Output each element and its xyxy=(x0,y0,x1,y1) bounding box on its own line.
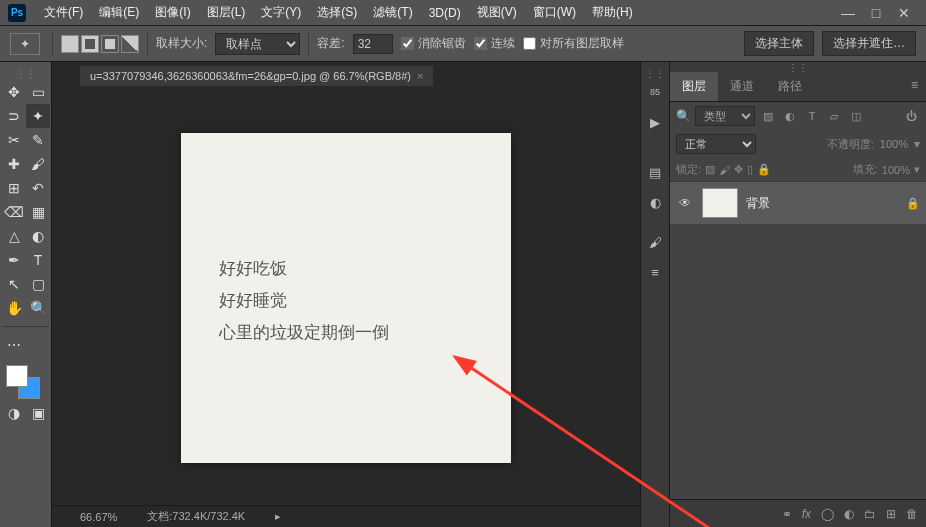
menu-text[interactable]: 文字(Y) xyxy=(253,4,309,21)
document-info[interactable]: 文档:732.4K/732.4K xyxy=(147,509,245,524)
marquee-tool[interactable]: ▭ xyxy=(26,80,50,104)
type-tool[interactable]: T xyxy=(26,248,50,272)
antialias-checkbox[interactable]: 消除锯齿 xyxy=(401,35,466,52)
new-layer-icon[interactable]: ⊞ xyxy=(886,507,896,521)
path-select-tool[interactable]: ↖ xyxy=(2,272,26,296)
divider xyxy=(308,33,309,55)
selection-intersect-icon[interactable] xyxy=(121,35,139,53)
lasso-tool[interactable]: ⊃ xyxy=(2,104,26,128)
menu-file[interactable]: 文件(F) xyxy=(36,4,91,21)
filter-text-icon[interactable]: T xyxy=(803,107,821,125)
filter-type-select[interactable]: 类型 xyxy=(695,106,755,126)
canvas-area[interactable]: 好好吃饭 好好睡觉 心里的垃圾定期倒一倒 xyxy=(52,90,640,505)
quickmask-toggle[interactable]: ◑ xyxy=(2,401,26,425)
maximize-button[interactable]: □ xyxy=(862,3,890,23)
tab-paths[interactable]: 路径 xyxy=(766,72,814,101)
link-layers-icon[interactable]: ⚭ xyxy=(782,507,792,521)
history-brush-tool[interactable]: ↶ xyxy=(26,176,50,200)
move-tool[interactable]: ✥ xyxy=(2,80,26,104)
lock-artboard-icon[interactable]: ▯ xyxy=(747,163,753,176)
zoom-tool[interactable]: 🔍 xyxy=(26,296,50,320)
fill-value[interactable]: 100% xyxy=(882,164,910,176)
status-chevron-icon[interactable]: ▸ xyxy=(275,510,281,523)
blend-mode-row: 正常 不透明度: 100% ▾ xyxy=(670,130,926,158)
panel-brush-icon[interactable]: 🖌 xyxy=(641,228,669,256)
close-tab-icon[interactable]: × xyxy=(417,70,423,82)
panel-grip[interactable]: ⋮⋮ xyxy=(641,68,669,78)
screenmode-toggle[interactable]: ▣ xyxy=(26,401,50,425)
eyedropper-tool[interactable]: ✎ xyxy=(26,128,50,152)
panel-menu-icon[interactable]: ≡ xyxy=(903,72,926,101)
menu-window[interactable]: 窗口(W) xyxy=(525,4,584,21)
lock-position-icon[interactable]: ✥ xyxy=(734,163,743,176)
filter-pixel-icon[interactable]: ▨ xyxy=(759,107,777,125)
current-tool-icon[interactable]: ✦ xyxy=(10,33,40,55)
menu-view[interactable]: 视图(V) xyxy=(469,4,525,21)
menu-help[interactable]: 帮助(H) xyxy=(584,4,641,21)
dodge-tool[interactable]: ◐ xyxy=(26,224,50,248)
delete-layer-icon[interactable]: 🗑 xyxy=(906,507,918,521)
tab-layers[interactable]: 图层 xyxy=(670,72,718,101)
panel-brushsettings-icon[interactable]: ≡ xyxy=(641,258,669,286)
crop-tool[interactable]: ✂ xyxy=(2,128,26,152)
hand-tool[interactable]: ✋ xyxy=(2,296,26,320)
magic-wand-tool[interactable]: ✦ xyxy=(26,104,50,128)
edit-toolbar[interactable]: ⋯ xyxy=(2,333,26,357)
stamp-tool[interactable]: ⊞ xyxy=(2,176,26,200)
blend-mode-select[interactable]: 正常 xyxy=(676,134,756,154)
shape-tool[interactable]: ▢ xyxy=(26,272,50,296)
selection-add-icon[interactable] xyxy=(81,35,99,53)
layer-mask-icon[interactable]: ◯ xyxy=(821,507,834,521)
filter-toggle-icon[interactable]: ⏻ xyxy=(902,107,920,125)
lock-pixels-icon[interactable]: ▨ xyxy=(705,163,715,176)
panel-icon-85[interactable]: 85 xyxy=(641,78,669,106)
brush-tool[interactable]: 🖌 xyxy=(26,152,50,176)
healing-tool[interactable]: ✚ xyxy=(2,152,26,176)
close-button[interactable]: ✕ xyxy=(890,3,918,23)
opacity-value[interactable]: 100% xyxy=(880,138,908,150)
group-icon[interactable]: 🗀 xyxy=(864,507,876,521)
filter-adjust-icon[interactable]: ◐ xyxy=(781,107,799,125)
tab-channels[interactable]: 通道 xyxy=(718,72,766,101)
tolerance-input[interactable] xyxy=(353,34,393,54)
main-area: ⋮⋮ ✥ ▭ ⊃ ✦ ✂ ✎ ✚ 🖌 ⊞ ↶ ⌫ ▦ △ ◐ ✒ T ↖ ▢ ✋… xyxy=(0,62,926,527)
selection-mode-group xyxy=(61,35,139,53)
selection-subtract-icon[interactable] xyxy=(101,35,119,53)
panel-play-icon[interactable]: ▶ xyxy=(641,108,669,136)
pen-tool[interactable]: ✒ xyxy=(2,248,26,272)
eraser-tool[interactable]: ⌫ xyxy=(2,200,26,224)
lock-all-icon[interactable]: 🔒 xyxy=(757,163,771,176)
adjustment-layer-icon[interactable]: ◐ xyxy=(844,507,854,521)
menu-filter[interactable]: 滤镜(T) xyxy=(365,4,420,21)
all-layers-checkbox[interactable]: 对所有图层取样 xyxy=(523,35,624,52)
filter-smart-icon[interactable]: ◫ xyxy=(847,107,865,125)
toolbar-grip[interactable]: ⋮⋮ xyxy=(0,68,51,78)
menu-layer[interactable]: 图层(L) xyxy=(199,4,254,21)
minimize-button[interactable]: — xyxy=(834,3,862,23)
panel-grip[interactable]: ⋮⋮ xyxy=(670,62,926,72)
blur-tool[interactable]: △ xyxy=(2,224,26,248)
canvas[interactable]: 好好吃饭 好好睡觉 心里的垃圾定期倒一倒 xyxy=(181,133,511,463)
visibility-icon[interactable]: 👁 xyxy=(676,196,694,210)
panel-adjustments-icon[interactable]: ◐ xyxy=(641,188,669,216)
layer-name[interactable]: 背景 xyxy=(746,195,898,212)
foreground-color[interactable] xyxy=(6,365,28,387)
gradient-tool[interactable]: ▦ xyxy=(26,200,50,224)
selection-new-icon[interactable] xyxy=(61,35,79,53)
menu-image[interactable]: 图像(I) xyxy=(147,4,198,21)
lock-brush-icon[interactable]: 🖌 xyxy=(719,164,730,176)
menu-select[interactable]: 选择(S) xyxy=(309,4,365,21)
panel-properties-icon[interactable]: ▤ xyxy=(641,158,669,186)
document-tab[interactable]: u=3377079346,3626360063&fm=26&gp=0.jpg @… xyxy=(80,66,433,86)
menu-edit[interactable]: 编辑(E) xyxy=(91,4,147,21)
layer-fx-icon[interactable]: fx xyxy=(802,507,811,521)
select-subject-button[interactable]: 选择主体 xyxy=(744,31,814,56)
layer-item[interactable]: 👁 背景 🔒 xyxy=(670,182,926,224)
menu-3d[interactable]: 3D(D) xyxy=(421,6,469,20)
layer-thumbnail[interactable] xyxy=(702,188,738,218)
filter-shape-icon[interactable]: ▱ xyxy=(825,107,843,125)
select-mask-button[interactable]: 选择并遮住… xyxy=(822,31,916,56)
sample-size-select[interactable]: 取样点 xyxy=(215,33,300,55)
zoom-level[interactable]: 66.67% xyxy=(80,511,117,523)
contiguous-checkbox[interactable]: 连续 xyxy=(474,35,515,52)
